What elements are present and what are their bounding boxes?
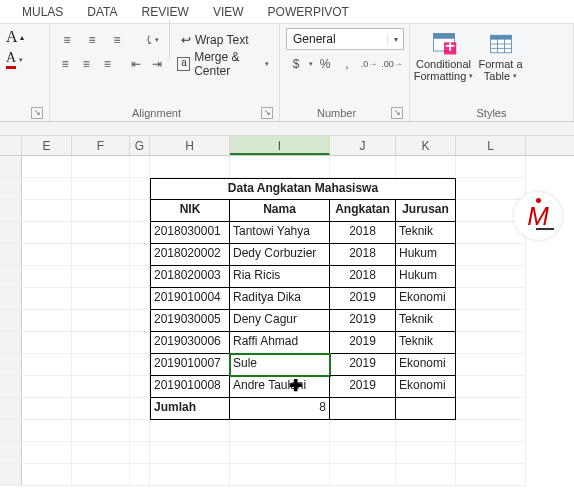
cell-nama[interactable]: Tantowi Yahya bbox=[230, 222, 330, 244]
col-F[interactable]: F bbox=[72, 136, 130, 155]
header-jurusan[interactable]: Jurusan bbox=[396, 200, 456, 222]
cell-nama[interactable]: Andre Taulani bbox=[230, 376, 330, 398]
cell-jurusan[interactable]: Ekonomi bbox=[396, 354, 456, 376]
formula-bar-strip bbox=[0, 122, 574, 136]
tab-formulas[interactable]: MULAS bbox=[10, 1, 75, 23]
ribbon: A▴ A▾ ↘ ≡ ≡ ≡ ⤹▾ ↩ Wrap Text ≡ ≡ ≡ ⇤ ⇥ bbox=[0, 24, 574, 122]
align-bottom-button[interactable]: ≡ bbox=[106, 30, 128, 50]
tab-review[interactable]: REVIEW bbox=[130, 1, 201, 23]
number-format-combo[interactable]: General ▾ bbox=[286, 28, 404, 50]
cell-angkatan[interactable]: 2019 bbox=[330, 288, 396, 310]
cell-nama[interactable]: Raditya Dika bbox=[230, 288, 330, 310]
watermark-logo: M bbox=[514, 192, 562, 240]
col-J[interactable]: J bbox=[330, 136, 396, 155]
cell-angkatan[interactable]: 2019 bbox=[330, 354, 396, 376]
col-K[interactable]: K bbox=[396, 136, 456, 155]
align-top-button[interactable]: ≡ bbox=[56, 30, 78, 50]
svg-rect-1 bbox=[433, 34, 454, 39]
table-row: 2018020003Ria Ricis2018Hukum bbox=[0, 266, 574, 288]
cell-nik[interactable]: 2019010007 bbox=[150, 354, 230, 376]
cell-nik[interactable]: 2019030005 bbox=[150, 310, 230, 332]
format-table-label-2: Table bbox=[484, 70, 510, 82]
cell-jurusan[interactable]: Hukum bbox=[396, 266, 456, 288]
col-G[interactable]: G bbox=[130, 136, 150, 155]
header-nama[interactable]: Nama bbox=[230, 200, 330, 222]
table-row: 2019010007Sule2019Ekonomi bbox=[0, 354, 574, 376]
merge-center-button[interactable]: Merge & Center ▾ bbox=[173, 48, 273, 80]
cell-nama[interactable]: Sule bbox=[230, 354, 330, 376]
spreadsheet-grid[interactable]: E F G H I J K L Data Angkatan Mahasiswa … bbox=[0, 136, 574, 486]
cell-angkatan[interactable]: 2019 bbox=[330, 376, 396, 398]
table-row: 2018020002Dedy Corbuzier2018Hukum bbox=[0, 244, 574, 266]
cell-jurusan[interactable]: Hukum bbox=[396, 244, 456, 266]
alignment-group: ≡ ≡ ≡ ⤹▾ ↩ Wrap Text ≡ ≡ ≡ ⇤ ⇥ Merge & C… bbox=[50, 24, 280, 121]
cell-angkatan[interactable]: 2018 bbox=[330, 244, 396, 266]
align-center-button[interactable]: ≡ bbox=[77, 54, 95, 74]
cell-nik[interactable]: 2019010004 bbox=[150, 288, 230, 310]
col-H[interactable]: H bbox=[150, 136, 230, 155]
table-row: 2018030001Tantowi Yahya2018Teknik bbox=[0, 222, 574, 244]
font-group-label: ↘ bbox=[6, 105, 43, 119]
cell-nik[interactable]: 2018020002 bbox=[150, 244, 230, 266]
conditional-formatting-button[interactable]: Conditional Formatting▾ bbox=[416, 28, 471, 82]
header-nik[interactable]: NIK bbox=[150, 200, 230, 222]
grid-row: Jumlah 8 bbox=[0, 398, 574, 420]
dialog-launcher-icon[interactable]: ↘ bbox=[261, 107, 273, 119]
conditional-label-1: Conditional bbox=[416, 58, 471, 70]
conditional-formatting-icon bbox=[430, 30, 458, 58]
font-color-button[interactable]: A▾ bbox=[6, 50, 43, 69]
tab-powerpivot[interactable]: POWERPIVOT bbox=[256, 1, 361, 23]
cell-nama[interactable]: Deny Cagur bbox=[230, 310, 330, 332]
cell-angkatan[interactable]: 2019 bbox=[330, 332, 396, 354]
cell-jurusan[interactable]: Ekonomi bbox=[396, 288, 456, 310]
cell-jurusan[interactable]: Teknik bbox=[396, 222, 456, 244]
table-title[interactable]: Data Angkatan Mahasiswa bbox=[150, 178, 456, 200]
ribbon-tabs: MULAS DATA REVIEW VIEW POWERPIVOT bbox=[0, 0, 574, 24]
footer-label[interactable]: Jumlah bbox=[150, 398, 230, 420]
col-L[interactable]: L bbox=[456, 136, 526, 155]
header-angkatan[interactable]: Angkatan bbox=[330, 200, 396, 222]
tab-data[interactable]: DATA bbox=[75, 1, 129, 23]
decrease-indent-button[interactable]: ⇤ bbox=[127, 54, 145, 74]
grid-row bbox=[0, 156, 574, 178]
cell-nik[interactable]: 2019010008 bbox=[150, 376, 230, 398]
svg-rect-4 bbox=[490, 35, 511, 39]
cell-angkatan[interactable]: 2019 bbox=[330, 310, 396, 332]
decrease-decimal-button[interactable]: .00→ bbox=[381, 54, 403, 74]
cell-nama[interactable]: Dedy Corbuzier bbox=[230, 244, 330, 266]
align-left-button[interactable]: ≡ bbox=[56, 54, 74, 74]
cell-nik[interactable]: 2018020003 bbox=[150, 266, 230, 288]
cell-jurusan[interactable]: Teknik bbox=[396, 310, 456, 332]
orientation-button[interactable]: ⤹▾ bbox=[140, 30, 162, 50]
tab-view[interactable]: VIEW bbox=[201, 1, 256, 23]
cell-nik[interactable]: 2019030006 bbox=[150, 332, 230, 354]
footer-blank[interactable] bbox=[396, 398, 456, 420]
cell-angkatan[interactable]: 2018 bbox=[330, 266, 396, 288]
align-right-button[interactable]: ≡ bbox=[98, 54, 116, 74]
dialog-launcher-icon[interactable]: ↘ bbox=[31, 107, 43, 119]
increase-decimal-button[interactable]: .0→ bbox=[359, 54, 379, 74]
format-as-table-button[interactable]: Format a Table▾ bbox=[473, 28, 528, 82]
percent-button[interactable]: % bbox=[315, 54, 335, 74]
footer-blank[interactable] bbox=[330, 398, 396, 420]
table-row: 2019030006Raffi Ahmad2019Teknik bbox=[0, 332, 574, 354]
cell-nama[interactable]: Ria Ricis bbox=[230, 266, 330, 288]
comma-button[interactable]: , bbox=[337, 54, 357, 74]
grow-font-button[interactable]: A▴ bbox=[6, 28, 43, 46]
dialog-launcher-icon[interactable]: ↘ bbox=[391, 107, 403, 119]
cell-nik[interactable]: 2018030001 bbox=[150, 222, 230, 244]
align-middle-button[interactable]: ≡ bbox=[81, 30, 103, 50]
footer-value[interactable]: 8 bbox=[230, 398, 330, 420]
cell-angkatan[interactable]: 2018 bbox=[330, 222, 396, 244]
cell-jurusan[interactable]: Teknik bbox=[396, 332, 456, 354]
increase-indent-button[interactable]: ⇥ bbox=[148, 54, 166, 74]
cell-jurusan[interactable]: Ekonomi bbox=[396, 376, 456, 398]
cell-nama[interactable]: Raffi Ahmad bbox=[230, 332, 330, 354]
col-E[interactable]: E bbox=[22, 136, 72, 155]
col-I[interactable]: I bbox=[230, 136, 330, 155]
wrap-text-label: Wrap Text bbox=[195, 33, 249, 47]
styles-group: Conditional Formatting▾ Format a Table▾ … bbox=[410, 24, 574, 121]
table-row: 2019010004Raditya Dika2019Ekonomi bbox=[0, 288, 574, 310]
wrap-text-button[interactable]: ↩ Wrap Text bbox=[177, 31, 253, 49]
currency-button[interactable]: $ bbox=[286, 54, 306, 74]
